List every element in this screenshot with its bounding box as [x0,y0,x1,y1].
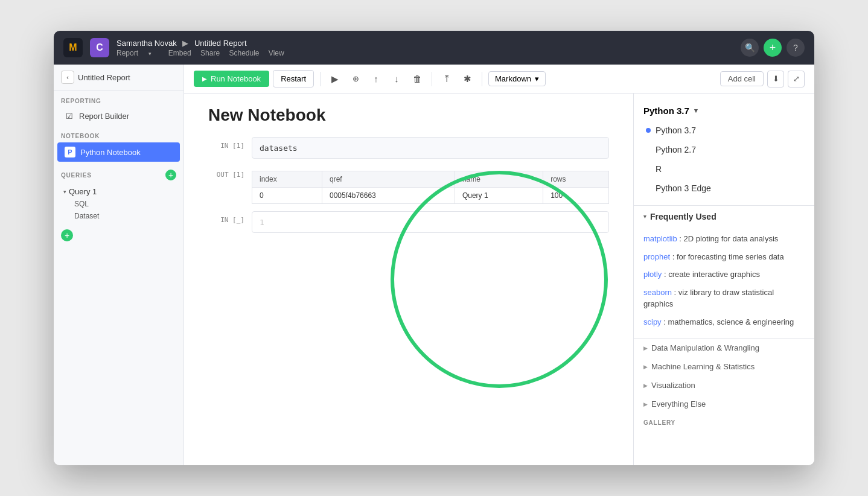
search-button[interactable]: 🔍 [741,39,759,57]
pkg-desc-scipy: : mathematics, science & engineering [663,317,794,326]
cell-1-input[interactable]: datasets [252,137,609,159]
sidebar-item-python-notebook[interactable]: P Python Notebook [57,142,180,162]
cell-1-body[interactable]: datasets [252,137,609,159]
subnav-view[interactable]: View [269,49,284,57]
add-button[interactable]: + [764,39,782,57]
breadcrumb-report[interactable]: Untitled Report [194,39,247,48]
reporting-section-label: REPORTING [54,91,183,107]
subnav-report[interactable]: Report ▾ [116,49,161,57]
query-name[interactable]: ▾ Query 1 [63,185,176,198]
delete-cell-button[interactable]: 🗑 [409,71,426,87]
help-button[interactable]: ? [787,39,805,57]
breadcrumb-user: Samantha Novak [116,39,177,48]
frequently-used-header[interactable]: ▾ Frequently Used [634,206,814,227]
panel-scroll-content: Python 3.7 ▾ Python 3.7 Python 2.7 [634,94,814,465]
queries-header: QUERIES + [54,162,183,183]
pkg-name-plotly[interactable]: plotly [643,270,662,279]
company-logo[interactable]: C [90,38,109,57]
frequently-used-content: matplotlib : 2D ploting for data analysi… [634,227,814,338]
notebook-title: New Notebook [208,106,609,125]
move-cell-down-button[interactable]: ↓ [388,71,405,87]
package-seaborn: seaborn : viz library to draw statistica… [643,284,805,313]
category-label-3: Visualization [651,381,695,390]
category-data-manipulation[interactable]: ▶ Data Manipulation & Wrangling [634,339,814,357]
kernel-option-r[interactable]: R [634,159,814,179]
report-builder-icon: ☑ [65,112,74,121]
copy-cell-button[interactable]: ⊕ [347,71,364,87]
cell-rows: 100 [543,188,609,204]
kernel-dropdown: Python 3.7 ▾ Python 3.7 Python 2.7 [634,94,814,206]
report-builder-label: Report Builder [79,112,129,121]
cell-type-select[interactable]: Markdown ▾ [488,71,546,86]
add-cell-button[interactable]: Add cell [720,71,764,86]
subnav-embed[interactable]: Embed [168,49,191,57]
queries-label: QUERIES [61,172,92,179]
cell-type-label: Markdown [495,74,531,83]
package-prophet: prophet : for forecasting time series da… [643,248,805,266]
package-plotly: plotly : create interactive graphics [643,265,805,284]
insert-above-button[interactable]: ⤒ [438,71,455,87]
topbar: M C Samantha Novak ▶ Untitled Report Rep… [54,31,814,65]
notebook-main: New Notebook IN [1] datasets OUT [1] [184,94,814,465]
pkg-desc-matplotlib-2: ing for data analysis [709,234,779,243]
cell-1-table: index qref name rows 0 [252,171,609,204]
mode-logo[interactable]: M [63,38,83,57]
topbar-actions: 🔍 + ? [741,39,805,57]
cell-1-out-label: OUT [1] [208,166,244,204]
sidebar-back-button[interactable]: ‹ [61,71,74,84]
sidebar-title: Untitled Report [78,73,130,82]
kernel-option-python3edge[interactable]: Python 3 Edge [634,179,814,198]
insert-below-button[interactable]: ✱ [459,71,476,87]
kernel-option-label: Python 3 Edge [656,183,711,193]
category-visualization[interactable]: ▶ Visualization [634,376,814,395]
notebook-content: New Notebook IN [1] datasets OUT [1] [184,94,633,465]
subnav-share[interactable]: Share [200,49,220,57]
expand-button[interactable]: ⤢ [788,71,805,87]
query-sub-sql[interactable]: SQL [63,198,176,210]
col-name: name [455,171,543,188]
kernel-option-python37[interactable]: Python 3.7 [634,121,814,140]
pkg-desc-matplotlib: : 2D plot [679,234,708,243]
python-notebook-label: Python Notebook [80,148,141,157]
add-query-circle-button[interactable]: + [61,229,73,241]
topbar-info: Samantha Novak ▶ Untitled Report Report … [116,39,741,57]
frequently-used-label: Frequently Used [650,212,716,221]
run-cell-button[interactable]: ▶ [327,71,343,87]
run-notebook-button[interactable]: ▶ Run Notebook [194,71,269,87]
pkg-name-prophet[interactable]: prophet [643,252,670,261]
query-sub-dataset[interactable]: Dataset [63,210,176,222]
kernel-inactive-dot-3 [646,186,651,191]
category-machine-learning[interactable]: ▶ Machine Learning & Statistics [634,357,814,376]
category-everything-else[interactable]: ▶ Everything Else [634,395,814,413]
query-item: ▾ Query 1 SQL Dataset [54,183,183,224]
package-scipy: scipy : mathematics, science & engineeri… [643,313,805,331]
col-qref: qref [322,171,455,188]
subnav-schedule[interactable]: Schedule [229,49,259,57]
add-query-button[interactable]: + [165,170,176,180]
col-index: index [252,171,322,188]
pkg-desc-prophet-2: for forecasting time series data [677,252,784,261]
sidebar-header: ‹ Untitled Report [54,65,183,91]
sidebar-item-report-builder[interactable]: ☑ Report Builder [57,107,180,125]
python-notebook-icon: P [65,147,75,157]
cell-type-arrow: ▾ [535,74,539,83]
kernel-option-label: Python 2.7 [656,145,696,154]
cell-2-body[interactable]: 1 [252,211,609,233]
play-icon: ▶ [202,75,207,82]
cell-qref: 0005f4b76663 [322,188,455,204]
pkg-name-matplotlib[interactable]: matplotlib [643,234,677,243]
cell-2-input[interactable]: 1 [252,211,609,233]
kernel-option-python27[interactable]: Python 2.7 [634,140,814,159]
pkg-name-seaborn[interactable]: seaborn [643,288,672,297]
restart-button[interactable]: Restart [273,70,314,87]
breadcrumb-arrow: ▶ [182,39,188,48]
pkg-name-scipy[interactable]: scipy [643,317,662,326]
toolbar-separator-1 [320,72,321,86]
cell-1-code: datasets [260,144,298,153]
move-cell-up-button[interactable]: ↑ [368,71,385,87]
cell-1-output-body: index qref name rows 0 [252,166,609,204]
kernel-dropdown-header[interactable]: Python 3.7 ▾ [634,101,814,121]
category-label-2: Machine Learning & Statistics [651,362,755,371]
topbar-subnav: Report ▾ Embed Share Schedule View [116,49,741,57]
download-button[interactable]: ⬇ [767,71,784,87]
